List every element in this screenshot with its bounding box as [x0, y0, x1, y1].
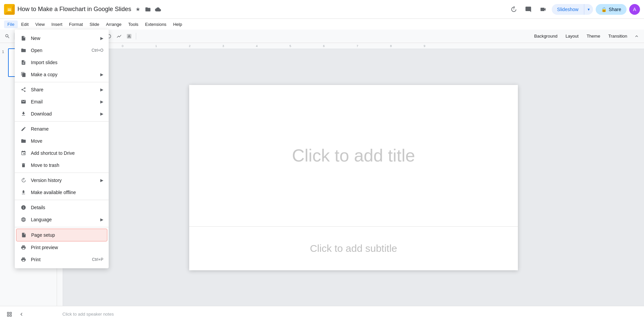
slideshow-label: Slideshow	[552, 4, 584, 15]
share-button[interactable]: 🔒 Share	[596, 4, 627, 15]
menu-view[interactable]: View	[32, 20, 48, 28]
menu-item-share[interactable]: Share ▶	[15, 84, 109, 96]
menu-slide[interactable]: Slide	[86, 20, 103, 28]
details-label: Details	[31, 205, 103, 210]
title-icons: ★	[134, 5, 162, 13]
new-label: New	[31, 36, 98, 41]
file-menu-group-3: Rename Move Add shortcut to Drive Move t…	[15, 122, 109, 173]
menu-item-email[interactable]: Email ▶	[15, 96, 109, 108]
share-icon	[20, 86, 27, 93]
new-arrow: ▶	[100, 36, 103, 41]
menu-item-copy[interactable]: Make a copy ▶	[15, 68, 109, 81]
cloud-icon[interactable]	[154, 5, 162, 13]
menu-file[interactable]: File	[4, 20, 18, 28]
collapse-panel-btn[interactable]	[632, 32, 641, 41]
download-arrow: ▶	[100, 111, 103, 116]
theme-btn[interactable]: Theme	[583, 32, 603, 40]
slide-title-area[interactable]: Click to add title	[189, 85, 518, 227]
menu-item-language[interactable]: Language ▶	[15, 214, 109, 226]
slideshow-dropdown-arrow[interactable]: ▾	[584, 4, 593, 14]
canvas-area: 5 Click to add title Click to add subtit…	[57, 49, 644, 306]
star-icon[interactable]: ★	[134, 5, 142, 13]
comment-icon-btn[interactable]	[522, 3, 534, 15]
version-history-arrow: ▶	[100, 178, 103, 183]
menu-item-details[interactable]: Details	[15, 201, 109, 214]
slide-title-placeholder: Click to add title	[292, 145, 415, 166]
doc-title: How to Make a Flowchart in Google Slides	[17, 6, 131, 13]
menu-item-download[interactable]: Download ▶	[15, 108, 109, 120]
slideshow-button[interactable]: Slideshow ▾	[552, 4, 593, 15]
search-btn[interactable]	[3, 32, 12, 41]
menu-item-print-preview[interactable]: Print preview	[15, 241, 109, 254]
file-menu-group-5: Details Language ▶	[15, 200, 109, 227]
file-menu-group-1: New ▶ Open Ctrl+O Import slides Make a c…	[15, 31, 109, 82]
print-shortcut: Ctrl+P	[92, 257, 103, 262]
background-label: Background	[534, 34, 557, 39]
copy-icon	[20, 71, 27, 78]
menu-item-page-setup[interactable]: Page setup	[16, 229, 107, 241]
file-menu-group-2: Share ▶ Email ▶ Download ▶	[15, 82, 109, 122]
menu-item-open[interactable]: Open Ctrl+O	[15, 44, 109, 56]
language-arrow: ▶	[100, 217, 103, 222]
avatar[interactable]: A	[629, 4, 640, 15]
divider-4	[136, 33, 136, 40]
language-label: Language	[31, 217, 98, 222]
folder-icon[interactable]	[144, 5, 152, 13]
menu-arrange[interactable]: Arrange	[103, 20, 125, 28]
menu-item-add-shortcut[interactable]: Add shortcut to Drive	[15, 147, 109, 159]
email-icon	[20, 98, 27, 105]
slide-area: Click to add title Click to add subtitle	[63, 49, 644, 306]
menu-item-offline[interactable]: Make available offline	[15, 186, 109, 198]
notes-bar: Click to add speaker notes	[57, 306, 644, 322]
slide-subtitle-placeholder: Click to add subtitle	[310, 243, 397, 254]
collapse-sidebar-btn[interactable]	[16, 309, 27, 320]
menu-help[interactable]: Help	[170, 20, 185, 28]
download-icon	[20, 110, 27, 117]
meet-icon-btn[interactable]	[537, 3, 549, 15]
share-label: Share	[609, 7, 621, 12]
email-label: Email	[31, 99, 98, 104]
menu-item-rename[interactable]: Rename	[15, 123, 109, 135]
rename-label: Rename	[31, 126, 103, 132]
menu-format[interactable]: Format	[66, 20, 86, 28]
ruler-horizontal: -1 0 1 2 3 4 5 6 7 8 9	[57, 43, 644, 49]
menu-bar: File Edit View Insert Format Slide Arran…	[0, 19, 644, 30]
file-menu-group-6: Page setup Print preview Print Ctrl+P	[15, 227, 109, 267]
language-icon	[20, 216, 27, 223]
menu-tools[interactable]: Tools	[125, 20, 142, 28]
email-arrow: ▶	[100, 99, 103, 104]
history-icon-btn[interactable]	[507, 3, 520, 15]
app-icon	[4, 4, 15, 15]
file-dropdown-menu: New ▶ Open Ctrl+O Import slides Make a c…	[15, 30, 109, 268]
version-history-label: Version history	[31, 178, 98, 183]
transition-btn[interactable]: Transition	[605, 32, 631, 40]
menu-item-import[interactable]: Import slides	[15, 56, 109, 68]
menu-item-move[interactable]: Move	[15, 135, 109, 147]
divider-1	[14, 33, 14, 40]
background-btn[interactable]: Background	[531, 32, 560, 40]
line-btn[interactable]	[114, 32, 124, 41]
bottom-nav-bar	[0, 306, 57, 322]
menu-extensions[interactable]: Extensions	[142, 20, 170, 28]
text-btn[interactable]	[124, 32, 134, 41]
print-preview-icon	[20, 244, 27, 251]
grid-view-btn[interactable]	[4, 309, 15, 320]
menu-edit[interactable]: Edit	[18, 20, 32, 28]
menu-item-new[interactable]: New ▶	[15, 32, 109, 44]
menu-item-print[interactable]: Print Ctrl+P	[15, 254, 109, 266]
open-shortcut: Ctrl+O	[92, 48, 103, 53]
new-icon	[20, 35, 27, 42]
layout-btn[interactable]: Layout	[562, 32, 582, 40]
slide-canvas[interactable]: Click to add title Click to add subtitle	[189, 85, 518, 270]
menu-item-version-history[interactable]: Version history ▶	[15, 174, 109, 186]
menu-insert[interactable]: Insert	[48, 20, 66, 28]
file-menu-group-4: Version history ▶ Make available offline	[15, 173, 109, 200]
menu-item-trash[interactable]: Move to trash	[15, 159, 109, 171]
page-setup-icon	[20, 232, 27, 238]
copy-arrow: ▶	[100, 72, 103, 77]
download-label: Download	[31, 111, 98, 117]
copy-label: Make a copy	[31, 72, 98, 77]
import-label: Import slides	[31, 60, 103, 65]
notes-placeholder[interactable]: Click to add speaker notes	[62, 312, 114, 317]
slide-subtitle-area[interactable]: Click to add subtitle	[189, 227, 518, 270]
